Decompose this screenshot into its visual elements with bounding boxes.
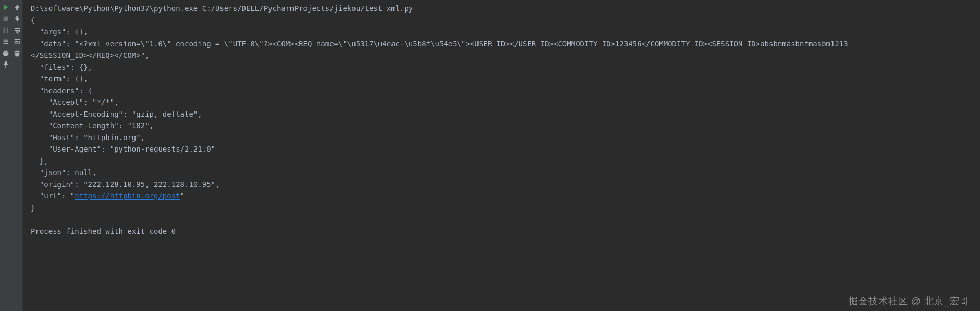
stop-icon[interactable] [2,15,10,23]
svg-rect-2 [6,28,8,33]
output-line: "Accept": "*/*", [31,96,972,108]
svg-rect-0 [3,17,8,21]
watermark: 掘金技术社区 @ 北京_宏哥 [849,295,970,307]
up-icon[interactable] [13,3,21,11]
clear-icon[interactable] [13,49,21,57]
output-line: "User-Agent": "python-requests/2.21.0" [31,143,972,155]
rerun-icon[interactable] [2,3,10,11]
down-icon[interactable] [13,15,21,23]
url-prefix: "url": " [31,192,75,200]
output-line: "headers": { [31,85,972,97]
output-line: "files": {}, [31,61,972,73]
soft-wrap-icon[interactable] [13,26,21,34]
console-output[interactable]: D:\software\Python\Python37\python.exe C… [23,0,980,311]
output-line: "form": {}, [31,73,972,85]
command-line: D:\software\Python\Python37\python.exe C… [31,3,972,15]
url-link[interactable]: https://httpbin.org/post [75,192,180,200]
svg-rect-1 [3,28,5,33]
pin-icon[interactable] [2,60,10,69]
dump-icon[interactable] [2,38,10,46]
output-line: "Host": "httpbin.org", [31,132,972,144]
url-suffix: " [180,192,185,200]
output-line: "Content-Length": "182", [31,120,972,132]
exit-line: Process finished with exit code 0 [31,226,972,238]
output-line: "origin": "222.128.10.95, 222.128.10.95"… [31,179,972,191]
output-line: "args": {}, [31,26,972,38]
output-line: </SESSION_ID></REQ></COM>", [31,49,972,61]
run-gutter [0,0,11,311]
output-line: "url": "https://httpbin.org/post" [31,190,972,202]
nav-gutter [11,0,23,311]
output-line: "Accept-Encoding": "gzip, deflate", [31,108,972,120]
output-line: } [31,202,972,214]
scroll-end-icon[interactable] [13,38,21,46]
output-line: { [31,15,972,27]
blank-line [31,214,972,226]
output-line: "json": null, [31,167,972,179]
output-line: }, [31,155,972,167]
output-line: "data": "<?xml version=\"1.0\" encoding … [31,38,972,50]
print-icon[interactable] [2,49,10,57]
pause-icon[interactable] [2,26,10,34]
